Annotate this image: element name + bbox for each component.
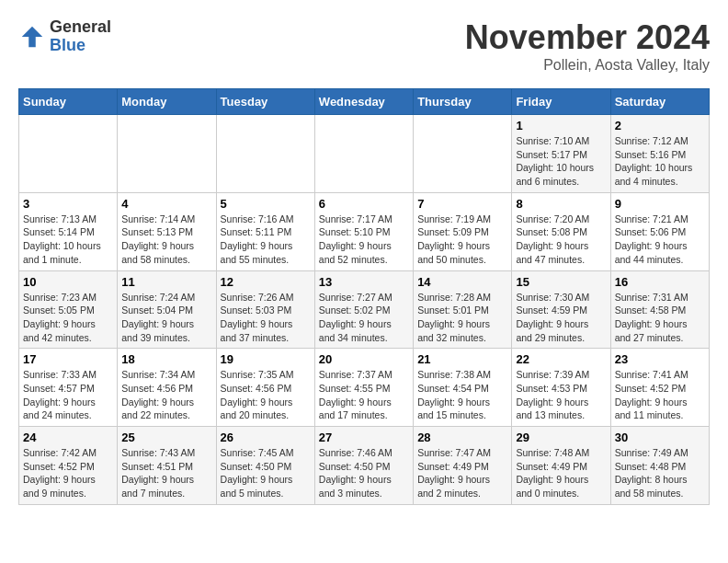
day-info: Sunrise: 7:23 AM Sunset: 5:05 PM Dayligh… [23,291,113,345]
day-number: 6 [319,197,409,211]
calendar-table: SundayMondayTuesdayWednesdayThursdayFrid… [18,88,710,505]
day-info: Sunrise: 7:28 AM Sunset: 5:01 PM Dayligh… [417,291,507,345]
title-block: November 2024 Pollein, Aosta Valley, Ita… [465,18,710,74]
day-number: 28 [417,431,507,444]
calendar-cell [19,115,118,193]
calendar-cell: 18Sunrise: 7:34 AM Sunset: 4:56 PM Dayli… [118,349,216,427]
calendar-week-1: 1Sunrise: 7:10 AM Sunset: 5:17 PM Daylig… [19,115,710,193]
calendar-cell: 17Sunrise: 7:33 AM Sunset: 4:57 PM Dayli… [19,349,118,427]
day-info: Sunrise: 7:47 AM Sunset: 4:49 PM Dayligh… [417,446,507,500]
day-number: 7 [417,197,507,211]
logo-general: General [50,18,111,37]
calendar-cell: 28Sunrise: 7:47 AM Sunset: 4:49 PM Dayli… [414,427,512,505]
calendar-cell: 13Sunrise: 7:27 AM Sunset: 5:02 PM Dayli… [314,270,413,349]
logo-text: General Blue [50,18,111,55]
calendar-cell: 8Sunrise: 7:20 AM Sunset: 5:08 PM Daylig… [512,192,610,270]
header-thursday: Thursday [414,89,512,115]
day-number: 27 [319,431,409,444]
svg-marker-0 [22,27,43,48]
day-info: Sunrise: 7:35 AM Sunset: 4:56 PM Dayligh… [221,368,311,422]
day-info: Sunrise: 7:49 AM Sunset: 4:48 PM Dayligh… [615,446,705,500]
calendar-cell: 2Sunrise: 7:12 AM Sunset: 5:16 PM Daylig… [610,115,709,193]
day-info: Sunrise: 7:31 AM Sunset: 4:58 PM Dayligh… [615,291,705,345]
day-number: 26 [221,431,311,444]
day-number: 2 [615,119,705,132]
day-info: Sunrise: 7:38 AM Sunset: 4:54 PM Dayligh… [417,368,507,422]
calendar-cell: 26Sunrise: 7:45 AM Sunset: 4:50 PM Dayli… [216,427,314,505]
calendar-cell: 27Sunrise: 7:46 AM Sunset: 4:50 PM Dayli… [314,427,413,505]
day-number: 5 [221,197,311,211]
calendar-cell: 15Sunrise: 7:30 AM Sunset: 4:59 PM Dayli… [512,270,610,349]
day-number: 25 [121,431,211,444]
calendar-cell: 4Sunrise: 7:14 AM Sunset: 5:13 PM Daylig… [118,192,216,270]
header-friday: Friday [512,89,610,115]
calendar-cell: 23Sunrise: 7:41 AM Sunset: 4:52 PM Dayli… [610,349,709,427]
calendar-cell [216,115,314,193]
day-number: 23 [615,352,705,366]
day-number: 14 [417,275,507,289]
day-info: Sunrise: 7:12 AM Sunset: 5:16 PM Dayligh… [615,134,705,189]
calendar-cell: 22Sunrise: 7:39 AM Sunset: 4:53 PM Dayli… [512,349,610,427]
calendar-week-4: 17Sunrise: 7:33 AM Sunset: 4:57 PM Dayli… [19,349,710,427]
day-info: Sunrise: 7:43 AM Sunset: 4:51 PM Dayligh… [121,446,211,500]
day-number: 22 [516,352,606,366]
calendar-cell: 12Sunrise: 7:26 AM Sunset: 5:03 PM Dayli… [216,270,314,349]
day-info: Sunrise: 7:46 AM Sunset: 4:50 PM Dayligh… [319,446,409,500]
day-number: 24 [23,431,113,444]
logo: General Blue [18,18,111,55]
day-info: Sunrise: 7:19 AM Sunset: 5:09 PM Dayligh… [417,213,507,267]
day-info: Sunrise: 7:42 AM Sunset: 4:52 PM Dayligh… [23,446,113,500]
calendar-cell: 20Sunrise: 7:37 AM Sunset: 4:55 PM Dayli… [314,349,413,427]
day-number: 21 [417,352,507,366]
day-info: Sunrise: 7:24 AM Sunset: 5:04 PM Dayligh… [121,291,211,345]
header-saturday: Saturday [610,89,709,115]
calendar-cell: 29Sunrise: 7:48 AM Sunset: 4:49 PM Dayli… [512,427,610,505]
calendar-week-5: 24Sunrise: 7:42 AM Sunset: 4:52 PM Dayli… [19,427,710,505]
day-info: Sunrise: 7:33 AM Sunset: 4:57 PM Dayligh… [23,368,113,422]
day-info: Sunrise: 7:27 AM Sunset: 5:02 PM Dayligh… [319,291,409,345]
calendar-cell: 14Sunrise: 7:28 AM Sunset: 5:01 PM Dayli… [414,270,512,349]
month-title: November 2024 [465,18,710,57]
calendar-cell: 5Sunrise: 7:16 AM Sunset: 5:11 PM Daylig… [216,192,314,270]
calendar-cell [118,115,216,193]
day-number: 1 [516,119,606,132]
day-number: 30 [615,431,705,444]
day-number: 9 [615,197,705,211]
day-number: 20 [319,352,409,366]
calendar-cell: 9Sunrise: 7:21 AM Sunset: 5:06 PM Daylig… [610,192,709,270]
logo-blue: Blue [50,37,111,55]
day-info: Sunrise: 7:21 AM Sunset: 5:06 PM Dayligh… [615,213,705,267]
day-number: 29 [516,431,606,444]
calendar-cell: 21Sunrise: 7:38 AM Sunset: 4:54 PM Dayli… [414,349,512,427]
day-number: 4 [121,197,211,211]
calendar-cell: 16Sunrise: 7:31 AM Sunset: 4:58 PM Dayli… [610,270,709,349]
day-info: Sunrise: 7:14 AM Sunset: 5:13 PM Dayligh… [121,213,211,267]
calendar-cell [314,115,413,193]
page-header: General Blue November 2024 Pollein, Aost… [18,18,710,74]
calendar-week-2: 3Sunrise: 7:13 AM Sunset: 5:14 PM Daylig… [19,192,710,270]
day-number: 17 [23,352,113,366]
location: Pollein, Aosta Valley, Italy [465,57,710,74]
day-number: 11 [121,275,211,289]
calendar-cell: 24Sunrise: 7:42 AM Sunset: 4:52 PM Dayli… [19,427,118,505]
day-number: 16 [615,275,705,289]
day-info: Sunrise: 7:17 AM Sunset: 5:10 PM Dayligh… [319,213,409,267]
day-number: 19 [221,352,311,366]
day-number: 15 [516,275,606,289]
day-info: Sunrise: 7:34 AM Sunset: 4:56 PM Dayligh… [121,368,211,422]
day-number: 3 [23,197,113,211]
day-number: 12 [221,275,311,289]
calendar-cell: 30Sunrise: 7:49 AM Sunset: 4:48 PM Dayli… [610,427,709,505]
day-info: Sunrise: 7:20 AM Sunset: 5:08 PM Dayligh… [516,213,606,267]
calendar-cell: 1Sunrise: 7:10 AM Sunset: 5:17 PM Daylig… [512,115,610,193]
day-number: 13 [319,275,409,289]
day-info: Sunrise: 7:39 AM Sunset: 4:53 PM Dayligh… [516,368,606,422]
logo-icon [18,23,46,51]
calendar-cell: 25Sunrise: 7:43 AM Sunset: 4:51 PM Dayli… [118,427,216,505]
calendar-cell: 11Sunrise: 7:24 AM Sunset: 5:04 PM Dayli… [118,270,216,349]
calendar-cell: 6Sunrise: 7:17 AM Sunset: 5:10 PM Daylig… [314,192,413,270]
day-info: Sunrise: 7:13 AM Sunset: 5:14 PM Dayligh… [23,213,113,267]
day-info: Sunrise: 7:16 AM Sunset: 5:11 PM Dayligh… [221,213,311,267]
calendar-cell: 3Sunrise: 7:13 AM Sunset: 5:14 PM Daylig… [19,192,118,270]
header-wednesday: Wednesday [314,89,413,115]
